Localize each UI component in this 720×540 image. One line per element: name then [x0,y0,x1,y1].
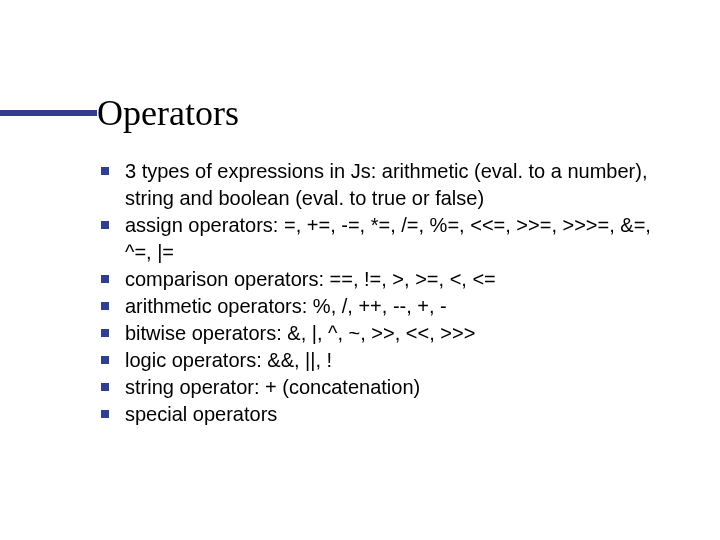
list-item: arithmetic operators: %, /, ++, --, +, - [95,293,670,320]
slide: Operators 3 types of expressions in Js: … [0,0,720,540]
list-item: string operator: + (concatenation) [95,374,670,401]
bullet-list: 3 types of expressions in Js: arithmetic… [95,158,670,428]
list-item: assign operators: =, +=, -=, *=, /=, %=,… [95,212,670,266]
list-item: special operators [95,401,670,428]
list-item: comparison operators: ==, !=, >, >=, <, … [95,266,670,293]
slide-body: 3 types of expressions in Js: arithmetic… [95,158,670,428]
list-item: bitwise operators: &, |, ^, ~, >>, <<, >… [95,320,670,347]
list-item: 3 types of expressions in Js: arithmetic… [95,158,670,212]
title-accent-bar [0,110,97,116]
slide-title: Operators [97,95,239,131]
list-item: logic operators: &&, ||, ! [95,347,670,374]
title-row: Operators [0,95,720,131]
